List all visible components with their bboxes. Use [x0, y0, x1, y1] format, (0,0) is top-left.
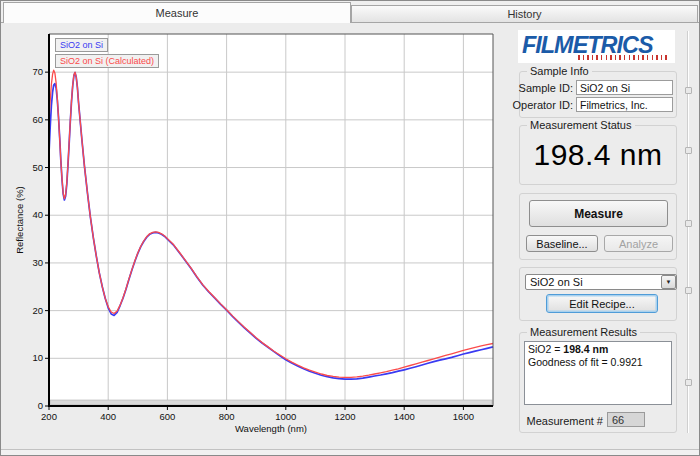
operator-id-input[interactable]	[576, 97, 673, 112]
tick-label-x: 600	[159, 411, 175, 422]
recipe-select[interactable]: SiO2 on Si	[525, 274, 677, 290]
measurement-count-label: Measurement #	[521, 415, 603, 427]
tick-label-y: 50	[32, 162, 43, 173]
tick-label-y: 30	[32, 257, 43, 268]
tick-label-x: 1200	[334, 411, 355, 422]
panel-splitter[interactable]	[687, 31, 689, 433]
window-bottom-edge	[1, 449, 699, 455]
tick-label-x: 1000	[275, 411, 296, 422]
tick-label-y: 40	[32, 209, 43, 220]
tick-label-y: 20	[32, 305, 43, 316]
splitter-grip[interactable]	[685, 287, 692, 294]
tab-history[interactable]: History	[351, 5, 698, 23]
results-listbox[interactable]: SiO2 = 198.4 nm Goodness of fit = 0.9921	[524, 341, 672, 405]
analyze-button[interactable]: Analyze	[604, 235, 673, 252]
tick-label-y: 10	[32, 352, 43, 363]
splitter-grip[interactable]	[685, 220, 692, 227]
legend-measured: SiO2 on Si	[55, 38, 108, 52]
sample-id-label: Sample ID:	[516, 82, 573, 94]
tick-label-x: 1400	[394, 411, 415, 422]
logo-ruler-ticks	[578, 55, 670, 60]
x-axis-title: Wavelength (nm)	[235, 423, 307, 434]
measurement-results-title: Measurement Results	[527, 326, 640, 338]
splitter-grip[interactable]	[685, 147, 692, 154]
tick-label-y: 0	[38, 400, 43, 411]
filmetrics-window: History Measure 200400600800100012001400…	[0, 0, 700, 456]
sample-info-title: Sample Info	[527, 65, 592, 77]
tick-label-x: 200	[41, 411, 57, 422]
splitter-grip[interactable]	[685, 87, 692, 94]
thickness-readout: 198.4 nm	[520, 138, 676, 172]
sample-id-input[interactable]	[576, 80, 673, 95]
tick-label-y: 60	[32, 114, 43, 125]
operator-id-label: Operator ID:	[510, 99, 573, 111]
legend-calculated: SiO2 on Si (Calculated)	[55, 54, 159, 68]
measurement-count-field: 66	[607, 412, 645, 427]
baseline-button[interactable]: Baseline...	[526, 235, 598, 252]
splitter-grip[interactable]	[685, 379, 692, 386]
reflectance-figure: 2004006008001000120014001600010203040506…	[9, 26, 511, 446]
measure-button[interactable]: Measure	[529, 200, 668, 227]
tick-label-x: 1600	[453, 411, 474, 422]
edit-recipe-button[interactable]: Edit Recipe...	[546, 294, 658, 313]
measurement-status-title: Measurement Status	[527, 119, 635, 131]
reflectance-chart: 2004006008001000120014001600010203040506…	[9, 26, 511, 446]
result-line-thickness: SiO2 = 198.4 nm	[528, 343, 668, 356]
y-axis-title: Reflectance (%)	[14, 186, 25, 254]
tick-label-x: 800	[219, 411, 235, 422]
filmetrics-logo: FILMETRICS	[518, 30, 675, 63]
measurement-status-group: Measurement Status 198.4 nm	[519, 125, 677, 185]
tick-label-y: 70	[32, 66, 43, 77]
result-line-gof: Goodness of fit = 0.9921	[528, 356, 668, 369]
recipe-dropdown-icon[interactable]: ▼	[661, 275, 676, 289]
tab-bar: History Measure	[1, 1, 699, 23]
tab-measure[interactable]: Measure	[3, 2, 351, 23]
baseline-strip	[50, 400, 492, 405]
tick-label-x: 400	[100, 411, 116, 422]
